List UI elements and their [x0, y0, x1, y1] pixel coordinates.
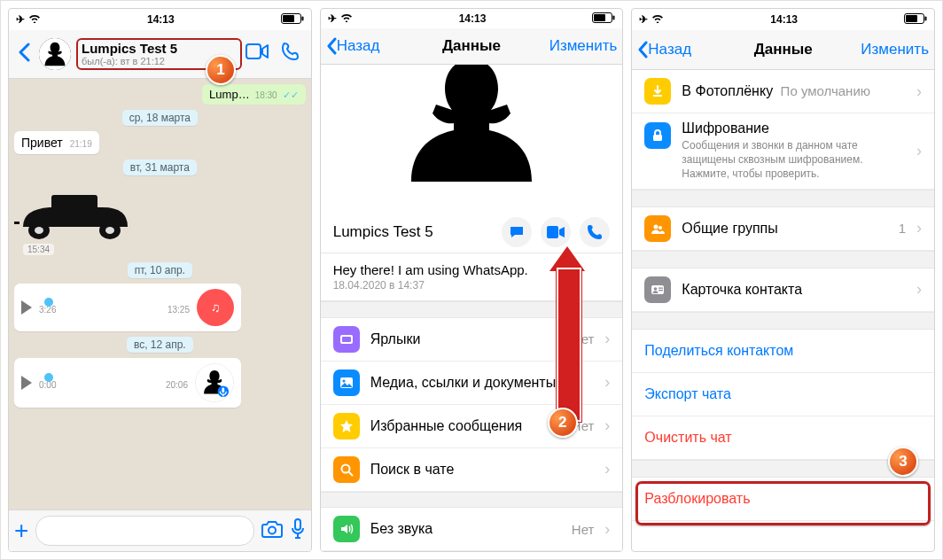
message-input[interactable] — [35, 516, 253, 546]
mic-icon[interactable] — [290, 518, 306, 544]
svg-rect-10 — [14, 222, 19, 224]
row-label: Карточка контакта — [682, 282, 906, 298]
chevron-right-icon: › — [604, 416, 610, 435]
svg-rect-1 — [301, 16, 303, 20]
svg-rect-16 — [295, 519, 300, 530]
back-button[interactable] — [14, 41, 34, 68]
status-block[interactable]: Hey there! I am using WhatsApp. 18.04.20… — [321, 253, 623, 301]
row-mute[interactable]: Без звукаНет› — [321, 508, 623, 551]
row-media[interactable]: Медиа, ссылки и документы› — [321, 362, 623, 405]
lock-icon — [644, 122, 671, 149]
input-bar: + — [9, 509, 311, 551]
row-share-contact[interactable]: Поделиться контактом — [632, 330, 934, 373]
chevron-right-icon: › — [916, 142, 922, 160]
message-icon[interactable] — [502, 217, 532, 247]
row-shortcuts[interactable]: ЯрлыкиНет› — [321, 318, 623, 362]
row-label: Без звука — [370, 521, 561, 537]
voice-time-end: 13:25 — [168, 305, 190, 315]
status-bar: ✈︎ 14:13 — [321, 9, 623, 28]
voice-message[interactable]: 0:0020:06 — [14, 358, 241, 408]
message-in[interactable]: Привет21:19 — [14, 131, 99, 154]
svg-rect-13 — [222, 388, 224, 393]
airplane-icon: ✈︎ — [16, 13, 25, 26]
contact-card-icon — [644, 276, 671, 303]
wifi-icon — [28, 13, 41, 26]
svg-rect-37 — [659, 290, 663, 291]
row-search[interactable]: Поиск в чате› — [321, 448, 623, 492]
voice-message[interactable]: 3:2613:25 ♫ — [14, 284, 241, 331]
chat-header: Lumpics Test 5 был(-а): вт в 21:12 — [9, 30, 311, 79]
row-contact-card[interactable]: Карточка контакта› — [632, 268, 934, 312]
message-text: Lump… — [209, 88, 250, 101]
voice-time-end: 20:06 — [166, 380, 188, 390]
row-unblock[interactable]: Разблокировать — [632, 478, 934, 521]
voice-avatar — [195, 363, 234, 402]
edit-button[interactable]: Изменить — [549, 37, 618, 55]
row-camera-roll[interactable]: В Фотоплёнку По умолчанию› — [632, 70, 934, 113]
avatar[interactable] — [39, 38, 71, 70]
video-call-icon[interactable] — [245, 42, 269, 66]
message-time: 18:30 — [255, 90, 277, 100]
row-label: Ярлыки — [370, 331, 561, 347]
screenshot-profile-bottom: ✈︎ 14:13 Назад Данные Изменить В Фотоплё… — [631, 8, 935, 552]
airplane-icon: ✈︎ — [328, 12, 337, 25]
download-icon — [644, 78, 671, 105]
profile-name: Lumpics Test 5 — [333, 223, 494, 241]
svg-rect-21 — [547, 226, 558, 238]
attach-button[interactable]: + — [14, 517, 28, 545]
status-time: 14:13 — [41, 13, 281, 26]
groups-icon — [644, 215, 671, 242]
edit-button[interactable]: Изменить — [861, 41, 929, 58]
airplane-icon: ✈︎ — [639, 13, 648, 26]
chevron-right-icon: › — [916, 219, 922, 237]
chat-body[interactable]: Lump…18:30✓✓ ср, 18 марта Привет21:19 вт… — [9, 79, 311, 509]
sticker[interactable] — [14, 183, 138, 242]
svg-rect-18 — [613, 15, 615, 19]
navbar: Назад Данные Изменить — [321, 28, 623, 65]
svg-point-32 — [654, 224, 659, 229]
back-label: Назад — [648, 41, 691, 58]
row-groups[interactable]: Общие группы1› — [632, 207, 934, 251]
svg-rect-9 — [51, 195, 97, 211]
row-starred[interactable]: Избранные сообщенияНет› — [321, 405, 623, 448]
chevron-right-icon: › — [604, 520, 610, 539]
svg-rect-36 — [659, 287, 663, 288]
row-label: Очистить чат — [644, 430, 922, 446]
video-call-icon[interactable] — [541, 217, 571, 247]
row-label: Шифрование — [682, 121, 906, 136]
wifi-icon — [651, 13, 664, 26]
battery-icon — [281, 13, 304, 27]
back-button[interactable]: Назад — [637, 41, 691, 58]
svg-rect-30 — [653, 95, 662, 97]
row-clear-chat[interactable]: Очистить чат — [632, 416, 934, 460]
status-date: 18.04.2020 в 14:37 — [333, 279, 611, 292]
svg-rect-28 — [925, 16, 927, 20]
svg-rect-31 — [653, 135, 662, 141]
message-text: Привет — [21, 136, 63, 150]
media-icon — [333, 369, 360, 396]
play-icon[interactable] — [21, 376, 32, 390]
wifi-icon — [340, 12, 353, 25]
svg-rect-19 — [594, 14, 605, 21]
sticker-time: 15:34 — [23, 244, 54, 255]
chevron-right-icon: › — [916, 82, 922, 101]
voice-call-icon[interactable] — [281, 42, 300, 66]
battery-icon — [592, 12, 615, 26]
row-label: Избранные сообщения — [370, 418, 561, 434]
row-value: 1 — [899, 221, 906, 236]
svg-point-26 — [341, 464, 349, 472]
profile-photo[interactable] — [321, 65, 623, 209]
play-icon[interactable] — [21, 300, 32, 315]
camera-icon[interactable] — [261, 520, 283, 542]
row-value: Нет — [572, 418, 595, 433]
back-button[interactable]: Назад — [326, 37, 380, 55]
contact-title-block[interactable]: Lumpics Test 5 был(-а): вт в 21:12 — [76, 38, 242, 70]
message-out[interactable]: Lump…18:30✓✓ — [202, 84, 306, 105]
read-ticks-icon: ✓✓ — [283, 89, 299, 101]
row-encryption[interactable]: ШифрованиеСообщения и звонки в данном ча… — [632, 113, 934, 190]
date-chip: пт, 10 апр. — [128, 262, 192, 278]
row-export-chat[interactable]: Экспорт чата — [632, 373, 934, 416]
row-label: Поиск в чате — [370, 462, 595, 478]
voice-call-icon[interactable] — [580, 217, 610, 247]
message-time: 21:19 — [70, 139, 92, 149]
